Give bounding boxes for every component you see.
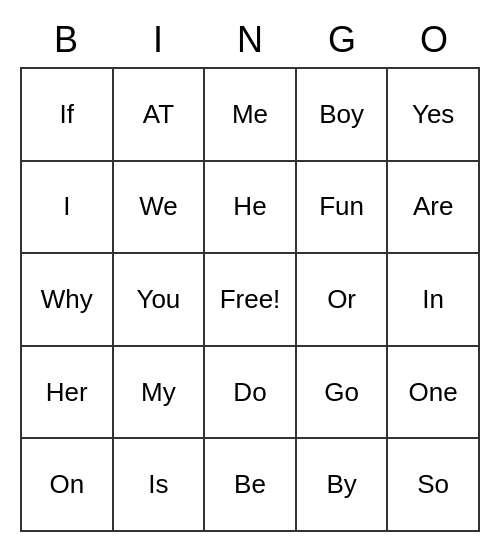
bingo-cell: If — [22, 69, 114, 162]
bingo-cell: On — [22, 439, 114, 532]
bingo-cell: Boy — [297, 69, 389, 162]
bingo-cell: Me — [205, 69, 297, 162]
bingo-row: IWeHeFunAre — [22, 162, 480, 255]
bingo-cell: I — [22, 162, 114, 255]
header-letter: I — [112, 12, 204, 67]
bingo-cell: Her — [22, 347, 114, 440]
bingo-row: IfATMeBoyYes — [22, 69, 480, 162]
bingo-cell: You — [114, 254, 206, 347]
bingo-cell: So — [388, 439, 480, 532]
bingo-cell: Free! — [205, 254, 297, 347]
header-letter: G — [296, 12, 388, 67]
header-letter: N — [204, 12, 296, 67]
bingo-cell: Is — [114, 439, 206, 532]
bingo-cell: One — [388, 347, 480, 440]
bingo-row: HerMyDoGoOne — [22, 347, 480, 440]
bingo-cell: My — [114, 347, 206, 440]
bingo-cell: Why — [22, 254, 114, 347]
bingo-cell: Fun — [297, 162, 389, 255]
bingo-cell: Be — [205, 439, 297, 532]
bingo-row: WhyYouFree!OrIn — [22, 254, 480, 347]
bingo-cell: Are — [388, 162, 480, 255]
bingo-header: BINGO — [20, 12, 480, 67]
bingo-cell: In — [388, 254, 480, 347]
bingo-cell: By — [297, 439, 389, 532]
bingo-cell: Go — [297, 347, 389, 440]
header-letter: O — [388, 12, 480, 67]
bingo-cell: Do — [205, 347, 297, 440]
bingo-row: OnIsBeBySo — [22, 439, 480, 532]
bingo-grid: IfATMeBoyYesIWeHeFunAreWhyYouFree!OrInHe… — [20, 67, 480, 532]
bingo-cell: He — [205, 162, 297, 255]
header-letter: B — [20, 12, 112, 67]
bingo-cell: AT — [114, 69, 206, 162]
bingo-cell: Yes — [388, 69, 480, 162]
bingo-cell: Or — [297, 254, 389, 347]
bingo-card: BINGO IfATMeBoyYesIWeHeFunAreWhyYouFree!… — [20, 12, 480, 532]
bingo-cell: We — [114, 162, 206, 255]
